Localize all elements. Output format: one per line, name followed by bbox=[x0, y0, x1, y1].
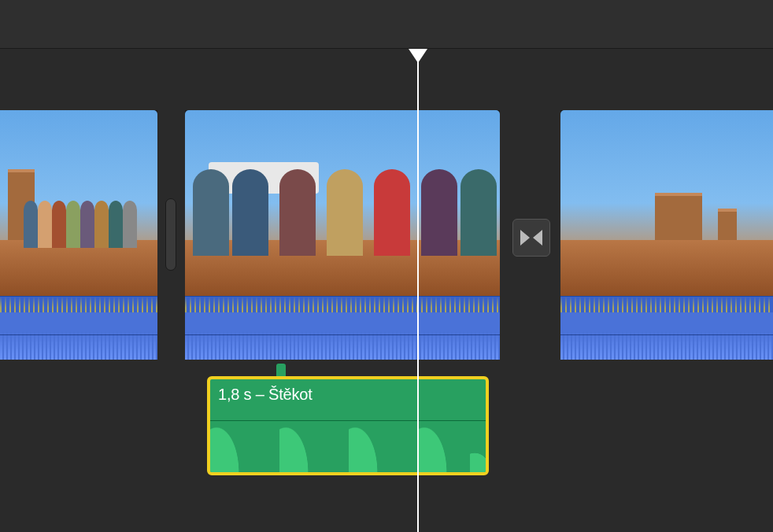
sound-effect-clip[interactable]: 1,8 s – Štěkot bbox=[207, 376, 489, 475]
clip-audio-waveform[interactable] bbox=[0, 296, 157, 359]
video-clip[interactable] bbox=[560, 110, 773, 359]
playhead[interactable] bbox=[417, 61, 419, 532]
clip-audio-waveform[interactable] bbox=[185, 296, 500, 359]
video-clip[interactable] bbox=[0, 110, 157, 359]
clip-thumbnail bbox=[185, 110, 500, 296]
clip-audio-waveform[interactable] bbox=[560, 296, 773, 359]
transition-icon[interactable] bbox=[512, 219, 550, 257]
clip-thumbnail bbox=[560, 110, 773, 296]
video-clip[interactable] bbox=[185, 110, 500, 359]
trim-handle[interactable] bbox=[165, 198, 176, 271]
sound-effect-label: 1,8 s – Štěkot bbox=[218, 386, 313, 404]
toolbar-strip bbox=[0, 0, 773, 49]
audio-clip-anchor[interactable] bbox=[276, 364, 286, 376]
timeline[interactable]: 1,8 s – Štěkot bbox=[0, 49, 773, 532]
clip-thumbnail bbox=[0, 110, 157, 296]
sound-effect-waveform bbox=[210, 417, 486, 472]
